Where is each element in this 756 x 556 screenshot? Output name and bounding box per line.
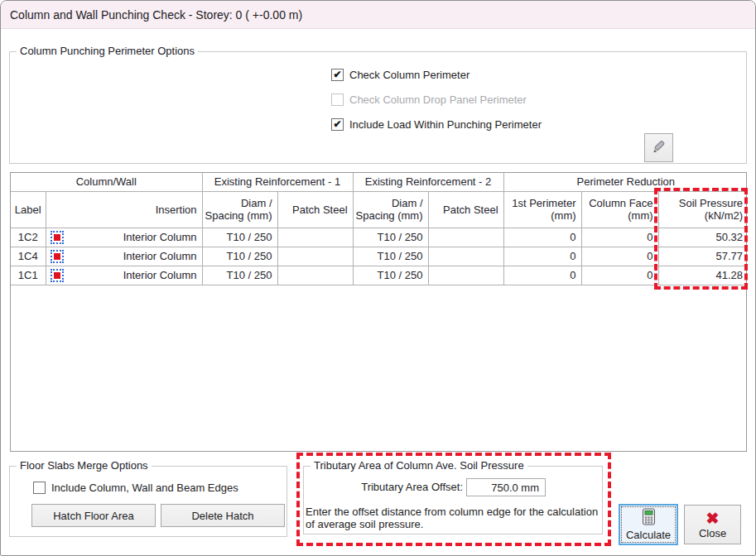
column-header-diam-spacing-1: Diam / Spacing (mm)	[202, 191, 277, 228]
table-header-row: Label Insertion Diam / Spacing (mm) Patc…	[11, 191, 748, 228]
window-title: Column and Wall Punching Check - Storey:…	[10, 8, 302, 22]
column-header-diam-spacing-2: Diam / Spacing (mm)	[353, 191, 428, 228]
insertion-point-icon[interactable]	[51, 250, 64, 263]
column-header-insertion: Insertion	[46, 191, 202, 228]
title-bar[interactable]: Column and Wall Punching Check - Storey:…	[1, 1, 755, 29]
group-header-perimeter-reduction: Perimeter Reduction	[503, 173, 748, 191]
table-row[interactable]: 1C4 Interior Column T10 / 250 T10 / 250 …	[11, 247, 748, 266]
checkbox-box[interactable]	[33, 482, 46, 494]
tributary-area-offset-label: Tributary Area Offset:	[304, 481, 463, 493]
delete-hatch-button[interactable]: Delete Hatch	[161, 504, 285, 527]
tributary-description: Enter the offset distance from column ed…	[306, 506, 602, 530]
tributary-area-offset-input[interactable]	[466, 478, 546, 496]
cell-diam-spacing-1[interactable]: T10 / 250	[202, 247, 277, 266]
cell-1st-perimeter[interactable]: 0	[503, 228, 581, 247]
group-header-existing-reinforcement-1: Existing Reinforcement - 1	[202, 173, 353, 191]
hatch-floor-area-button[interactable]: Hatch Floor Area	[31, 504, 156, 527]
cell-diam-spacing-1[interactable]: T10 / 250	[202, 266, 277, 285]
cell-patch-steel-1[interactable]	[277, 247, 353, 266]
cell-diam-spacing-1[interactable]: T10 / 250	[202, 228, 277, 247]
cell-diam-spacing-2[interactable]: T10 / 250	[353, 228, 428, 247]
checkbox-check-column-perimeter[interactable]: Check Column Perimeter	[331, 68, 469, 81]
pencil-icon	[650, 137, 668, 158]
close-button[interactable]: ✖ Close	[684, 505, 741, 544]
cell-column-face[interactable]: 0	[581, 228, 658, 247]
cell-column-face[interactable]: 0	[581, 247, 658, 266]
cell-1st-perimeter[interactable]: 0	[503, 247, 581, 266]
cell-insertion[interactable]: Interior Column	[46, 266, 202, 285]
calculator-icon	[642, 508, 656, 528]
edit-button[interactable]	[644, 133, 673, 162]
checkbox-label: Include Load Within Punching Perimeter	[349, 118, 542, 131]
checkbox-include-load-within-punching-perimeter[interactable]: Include Load Within Punching Perimeter	[331, 117, 542, 131]
column-header-label: Label	[11, 191, 46, 228]
punching-check-table: Column/Wall Existing Reinforcement - 1 E…	[10, 172, 747, 452]
cell-1st-perimeter[interactable]: 0	[503, 266, 581, 285]
cell-patch-steel-2[interactable]	[428, 247, 503, 266]
checkbox-box	[331, 93, 344, 106]
group-floor-slabs-merge-options: Floor Slabs Merge Options Include Column…	[9, 466, 287, 537]
checkbox-box[interactable]	[331, 118, 344, 131]
cell-soil-pressure[interactable]: 50.32	[658, 228, 748, 247]
dialog-window: Column and Wall Punching Check - Storey:…	[0, 0, 756, 556]
group-title: Column Punching Perimeter Options	[17, 45, 198, 57]
group-tributary-area: Tributary Area of Column Ave. Soil Press…	[303, 466, 603, 534]
cell-diam-spacing-2[interactable]: T10 / 250	[353, 247, 428, 266]
column-header-patch-steel-1: Patch Steel	[277, 191, 353, 228]
table-group-header-row: Column/Wall Existing Reinforcement - 1 E…	[11, 173, 748, 191]
close-button-label: Close	[699, 527, 726, 539]
group-header-existing-reinforcement-2: Existing Reinforcement - 2	[353, 173, 503, 191]
column-header-column-face: Column Face (mm)	[581, 191, 658, 228]
cell-label[interactable]: 1C1	[11, 266, 46, 285]
cell-diam-spacing-2[interactable]: T10 / 250	[353, 266, 428, 285]
group-title: Floor Slabs Merge Options	[17, 459, 152, 472]
checkbox-label: Check Column Drop Panel Perimeter	[349, 93, 527, 106]
cell-patch-steel-1[interactable]	[277, 228, 353, 247]
cell-soil-pressure[interactable]: 41.28	[658, 266, 748, 285]
insertion-point-icon[interactable]	[51, 231, 64, 244]
cell-label[interactable]: 1C4	[11, 247, 46, 266]
insertion-point-icon[interactable]	[51, 269, 64, 282]
cell-patch-steel-2[interactable]	[428, 266, 503, 285]
checkbox-include-column-wall-beam-edges[interactable]: Include Column, Wall and Beam Edges	[33, 481, 238, 494]
checkbox-box[interactable]	[331, 69, 344, 81]
group-header-column-wall: Column/Wall	[11, 173, 202, 191]
column-header-patch-steel-2: Patch Steel	[428, 191, 503, 228]
table-row[interactable]: 1C2 Interior Column T10 / 250 T10 / 250 …	[11, 228, 748, 247]
close-x-icon: ✖	[706, 510, 720, 527]
column-header-soil-pressure: Soil Pressure (kN/m2)	[658, 191, 748, 228]
cell-column-face[interactable]: 0	[581, 266, 658, 285]
cell-patch-steel-2[interactable]	[428, 228, 503, 247]
checkbox-label: Include Column, Wall and Beam Edges	[51, 482, 238, 494]
group-column-punching-perimeter-options: Column Punching Perimeter Options Check …	[9, 51, 747, 164]
cell-patch-steel-1[interactable]	[277, 266, 353, 285]
calculate-button-label: Calculate	[626, 529, 671, 541]
column-header-1st-perimeter: 1st Perimeter (mm)	[503, 191, 581, 228]
cell-insertion[interactable]: Interior Column	[46, 247, 202, 266]
group-title: Tributary Area of Column Ave. Soil Press…	[311, 459, 527, 472]
table-row[interactable]: 1C1 Interior Column T10 / 250 T10 / 250 …	[11, 266, 748, 285]
checkbox-label: Check Column Perimeter	[349, 69, 469, 81]
cell-insertion[interactable]: Interior Column	[46, 228, 202, 247]
calculate-button[interactable]: Calculate	[619, 504, 678, 545]
cell-label[interactable]: 1C2	[11, 228, 46, 247]
cell-soil-pressure[interactable]: 57.77	[658, 247, 748, 266]
checkbox-check-column-drop-panel-perimeter: Check Column Drop Panel Perimeter	[331, 93, 527, 106]
